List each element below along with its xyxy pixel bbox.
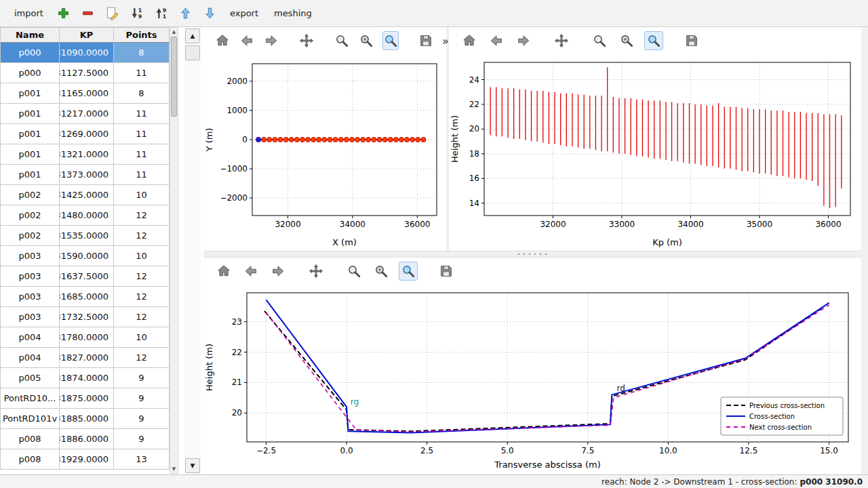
table-row[interactable]: PontRD10...31875.00009 — [0, 388, 170, 409]
cell-name[interactable]: p008 — [0, 429, 60, 449]
table-row[interactable]: p00031127.500011 — [0, 63, 170, 83]
cell-name[interactable]: p001 — [0, 124, 60, 144]
forward-button[interactable] — [514, 31, 533, 50]
column-header-kp[interactable]: KP — [60, 28, 114, 43]
cell-points[interactable]: 12 — [114, 226, 170, 246]
cell-points[interactable]: 9 — [114, 409, 170, 429]
cell-kp[interactable]: 31874.0000 — [60, 368, 114, 388]
cell-points[interactable]: 11 — [114, 144, 170, 165]
save-figure-button[interactable] — [437, 262, 456, 281]
cell-points[interactable]: 12 — [114, 287, 170, 307]
cell-kp[interactable]: 31321.0000 — [60, 144, 114, 165]
zoom-original-button[interactable] — [617, 31, 636, 50]
cell-name[interactable]: p001 — [0, 144, 60, 165]
forward-button[interactable] — [269, 262, 288, 281]
cell-name[interactable]: p001 — [0, 104, 60, 124]
panel-scroll-up-icon[interactable]: ▲ — [185, 28, 200, 43]
meshing-button[interactable]: meshing — [269, 6, 317, 20]
cell-points[interactable]: 12 — [114, 307, 170, 327]
back-button[interactable] — [239, 31, 255, 50]
panel-scrollbar-thumb[interactable] — [185, 45, 200, 60]
zoom-original-button[interactable] — [372, 262, 391, 281]
pan-button[interactable] — [298, 31, 315, 50]
cell-points[interactable]: 11 — [114, 63, 170, 83]
cell-kp[interactable]: 31217.0000 — [60, 104, 114, 124]
cell-name[interactable]: p003 — [0, 246, 60, 266]
cell-points[interactable]: 8 — [114, 43, 170, 63]
move-up-button[interactable] — [176, 4, 195, 22]
cell-name[interactable]: p001 — [0, 165, 60, 185]
cell-kp[interactable]: 31637.5000 — [60, 266, 114, 287]
table-row[interactable]: p00031090.00008 — [0, 43, 170, 63]
cell-points[interactable]: 9 — [114, 388, 170, 409]
home-button[interactable] — [460, 31, 479, 50]
table-row[interactable]: p00131269.000011 — [0, 124, 170, 144]
cell-kp[interactable]: 31685.0000 — [60, 287, 114, 307]
table-row[interactable]: p00131217.000011 — [0, 104, 170, 124]
forward-button[interactable] — [263, 31, 279, 50]
pan-button[interactable] — [552, 31, 571, 50]
cell-kp[interactable]: 31165.0000 — [60, 83, 114, 104]
cross-section-chart[interactable]: −2.50.02.55.07.510.012.515.020212223Tran… — [203, 285, 858, 473]
zoom-button[interactable] — [334, 31, 350, 50]
back-button[interactable] — [241, 262, 260, 281]
plan-view-chart[interactable]: 320003400036000−2000−1000010002000X (m)Y… — [203, 54, 446, 251]
cell-kp[interactable]: 31535.0000 — [60, 226, 114, 246]
cell-name[interactable]: p000 — [0, 63, 60, 83]
cell-name[interactable]: PontRD10... — [0, 388, 60, 409]
cell-kp[interactable]: 31780.0000 — [60, 327, 114, 348]
table-row[interactable]: p00231480.000012 — [0, 205, 170, 226]
cell-kp[interactable]: 31885.0000 — [60, 409, 114, 429]
table-row[interactable]: p00531874.00009 — [0, 368, 170, 388]
cell-kp[interactable]: 31886.0000 — [60, 429, 114, 449]
table-row[interactable]: p00431780.000010 — [0, 327, 170, 348]
panel-vertical-scrollbar[interactable]: ▲ ▼ — [184, 27, 201, 474]
save-figure-button[interactable] — [682, 31, 701, 50]
home-button[interactable] — [214, 262, 233, 281]
home-button[interactable] — [214, 31, 231, 50]
scroll-up-icon[interactable]: ▲ — [170, 28, 178, 36]
edit-cross-section-button[interactable] — [103, 4, 121, 22]
cell-name[interactable]: p004 — [0, 327, 60, 348]
cell-kp[interactable]: 31590.0000 — [60, 246, 114, 266]
column-header-points[interactable]: Points — [114, 28, 170, 43]
move-down-button[interactable] — [201, 4, 219, 22]
save-figure-button[interactable] — [418, 31, 434, 50]
cell-name[interactable]: p000 — [0, 43, 60, 63]
table-row[interactable]: p00131321.000011 — [0, 144, 170, 165]
table-row[interactable]: p00831886.00009 — [0, 429, 170, 449]
cell-name[interactable]: p002 — [0, 185, 60, 205]
cell-name[interactable]: p008 — [0, 449, 60, 470]
sort-descending-button[interactable]: 19 — [127, 4, 146, 22]
cell-name[interactable]: p002 — [0, 205, 60, 226]
cell-points[interactable]: 11 — [114, 124, 170, 144]
cell-kp[interactable]: 31269.0000 — [60, 124, 114, 144]
back-button[interactable] — [487, 31, 506, 50]
cell-kp[interactable]: 31480.0000 — [60, 205, 114, 226]
cell-name[interactable]: PontRD101v — [0, 409, 60, 429]
table-vertical-scrollbar[interactable]: ▲ ▼ — [170, 27, 178, 474]
cell-points[interactable]: 10 — [114, 185, 170, 205]
cell-kp[interactable]: 31732.5000 — [60, 307, 114, 327]
cell-points[interactable]: 12 — [114, 205, 170, 226]
export-button[interactable]: export — [225, 6, 263, 20]
horizontal-splitter[interactable] — [203, 251, 861, 258]
cell-kp[interactable]: 31127.5000 — [60, 63, 114, 83]
cell-kp[interactable]: 31425.0000 — [60, 185, 114, 205]
cell-points[interactable]: 10 — [114, 246, 170, 266]
cell-points[interactable]: 8 — [114, 83, 170, 104]
table-row[interactable]: p00331590.000010 — [0, 246, 170, 266]
cell-points[interactable]: 9 — [114, 429, 170, 449]
toolbar-overflow-button[interactable]: » — [442, 35, 449, 47]
table-row[interactable]: p00431827.000012 — [0, 348, 170, 368]
longitudinal-profile-chart[interactable]: 3200033000340003500036000141618202224Kp … — [449, 54, 860, 251]
cell-points[interactable]: 13 — [114, 449, 170, 470]
table-row[interactable]: p00231425.000010 — [0, 185, 170, 205]
cell-kp[interactable]: 31827.0000 — [60, 348, 114, 368]
cell-kp[interactable]: 31090.0000 — [60, 43, 114, 63]
cell-name[interactable]: p003 — [0, 307, 60, 327]
table-row[interactable]: p00231535.000012 — [0, 226, 170, 246]
cell-points[interactable]: 11 — [114, 104, 170, 124]
table-row[interactable]: PontRD101v31885.00009 — [0, 409, 170, 429]
cell-kp[interactable]: 31929.0000 — [60, 449, 114, 470]
